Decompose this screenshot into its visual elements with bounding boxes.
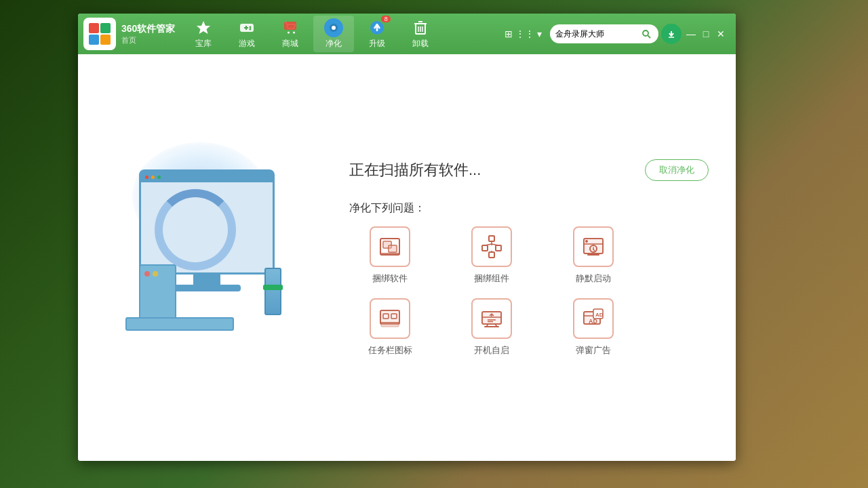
nav-upgrade[interactable]: 8 升级: [357, 16, 397, 52]
popup-ad-icon: AD AD: [573, 298, 614, 339]
issue-boot-autostart: 开机自启: [451, 298, 532, 357]
title-bar: 360软件管家 首页 宝库 游戏: [78, 14, 736, 54]
svg-rect-30: [489, 236, 494, 241]
issue-popup-ad: AD AD 弹窗广告: [553, 298, 634, 357]
svg-rect-32: [496, 245, 501, 251]
nav-clean[interactable]: 净化: [313, 16, 354, 52]
store-icon: [194, 18, 213, 37]
bundled-component-icon: [471, 226, 512, 267]
taskbar-icon-label: 任务栏图标: [368, 344, 412, 357]
nav-shop-label: 商城: [282, 38, 298, 49]
popup-ad-label: 弹窗广告: [576, 344, 611, 357]
issue-taskbar-icon: 任务栏图标: [349, 298, 431, 357]
bundled-software-icon: [370, 226, 410, 267]
issues-grid: 捆绑软件: [349, 226, 709, 357]
svg-rect-31: [482, 245, 488, 251]
issues-label: 净化下列问题：: [349, 201, 709, 216]
maximize-button[interactable]: □: [699, 27, 713, 41]
nav-uninstall[interactable]: 卸载: [400, 16, 441, 52]
svg-rect-36: [489, 252, 494, 258]
svg-line-20: [648, 36, 651, 39]
scan-title: 正在扫描所有软件...: [349, 160, 481, 180]
issue-bundled-component: 捆绑组件: [451, 226, 532, 285]
grid-icon-2[interactable]: ⋮⋮: [515, 28, 534, 39]
uninstall-icon: [411, 18, 430, 37]
svg-line-35: [492, 244, 498, 245]
right-content: 正在扫描所有软件... 取消净化 净化下列问题：: [349, 159, 709, 357]
monitor: [139, 169, 275, 274]
svg-point-19: [643, 30, 648, 36]
search-bar: [550, 24, 658, 43]
nav-clean-label: 净化: [326, 38, 342, 49]
illustration: [105, 142, 322, 373]
content-area: 正在扫描所有软件... 取消净化 净化下列问题：: [78, 54, 736, 461]
app-title: 360软件管家: [121, 23, 175, 35]
default-startup-label: 静默启动: [576, 272, 611, 285]
games-icon: [237, 18, 256, 37]
app-title-block: 360软件管家 首页: [121, 23, 175, 45]
clean-icon: [324, 18, 343, 37]
dropdown-icon[interactable]: ▾: [537, 28, 542, 39]
search-button[interactable]: [639, 27, 653, 41]
svg-rect-49: [381, 323, 399, 327]
scan-header: 正在扫描所有软件... 取消净化: [349, 159, 709, 181]
upgrade-badge: 8: [381, 16, 391, 22]
nav-games-label: 游戏: [239, 38, 255, 49]
svg-rect-8: [284, 22, 296, 30]
issue-bundled-software: 捆绑软件: [349, 226, 431, 285]
download-button[interactable]: [661, 24, 682, 44]
nav-upgrade-label: 升级: [369, 38, 385, 49]
search-input[interactable]: [555, 29, 637, 39]
app-subtitle: 首页: [121, 35, 175, 45]
window-controls: — □ ✕: [684, 27, 728, 41]
nav-shop[interactable]: 商城: [270, 16, 311, 52]
svg-point-10: [332, 26, 336, 30]
bundled-software-label: 捆绑软件: [372, 272, 408, 285]
upgrade-icon: 8: [368, 18, 387, 37]
svg-point-5: [250, 28, 252, 30]
shop-icon: [281, 18, 300, 37]
boot-autostart-icon: [471, 298, 512, 339]
svg-point-41: [585, 240, 588, 243]
nav-games[interactable]: 游戏: [226, 16, 267, 52]
nav-store-label: 宝库: [195, 38, 212, 49]
app-logo: [83, 18, 116, 50]
issues-section: 净化下列问题：: [349, 201, 709, 357]
svg-rect-28: [389, 245, 397, 252]
svg-point-7: [293, 32, 295, 34]
close-button[interactable]: ✕: [714, 27, 728, 41]
minimize-button[interactable]: —: [684, 27, 698, 41]
app-window: 360软件管家 首页 宝库 游戏: [78, 14, 736, 461]
svg-point-4: [250, 26, 252, 28]
nav-store[interactable]: 宝库: [183, 16, 224, 52]
bundled-component-label: 捆绑组件: [474, 272, 509, 285]
cancel-button[interactable]: 取消净化: [645, 159, 709, 181]
grid-icon-1[interactable]: ⊞: [505, 28, 513, 39]
boot-autostart-label: 开机自启: [474, 344, 509, 357]
nav-uninstall-label: 卸载: [412, 38, 429, 49]
default-startup-icon: [573, 226, 614, 267]
svg-marker-0: [197, 21, 210, 34]
svg-point-6: [288, 32, 290, 34]
svg-text:AD: AD: [595, 312, 604, 318]
taskbar-icon-icon: [370, 298, 410, 339]
issue-default-startup: 静默启动: [553, 226, 634, 285]
svg-line-34: [485, 244, 492, 245]
extra-controls: ⊞ ⋮⋮ ▾: [505, 28, 542, 39]
